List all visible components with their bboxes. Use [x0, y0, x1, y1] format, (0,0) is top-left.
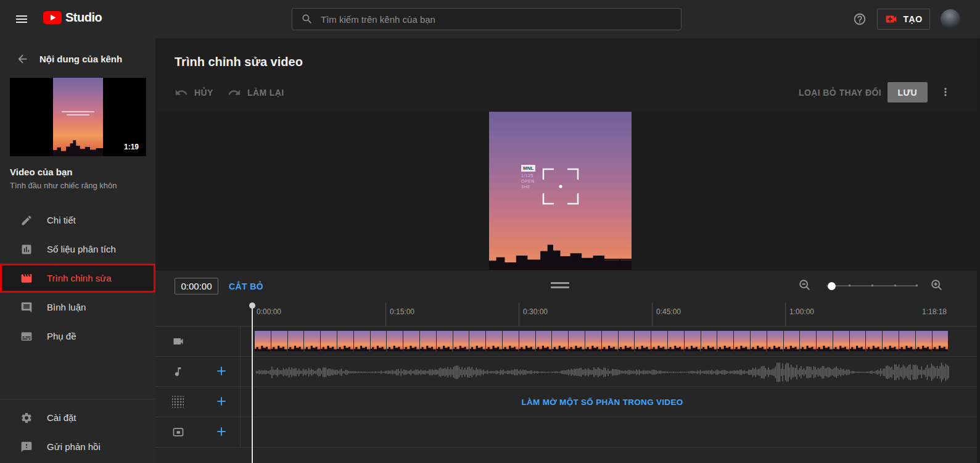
- zoom-slider-thumb[interactable]: [828, 282, 836, 290]
- sidebar-item-details[interactable]: Chi tiết: [0, 206, 155, 235]
- slider-tick: [871, 285, 873, 286]
- sidebar-item-label: Phụ đề: [47, 331, 76, 341]
- redo-label: LÀM LẠI: [247, 88, 284, 98]
- playhead[interactable]: [252, 304, 253, 463]
- zoom-in-icon[interactable]: [929, 278, 944, 293]
- sidebar-item-editor[interactable]: Trình chỉnh sửa: [0, 264, 155, 293]
- editor-toolbar: HỦY LÀM LẠI LOẠI BỎ THAY ĐỔI LƯU: [175, 83, 980, 102]
- comment-icon: [20, 301, 33, 314]
- blur-track-row: LÀM MỜ MỘT SỐ PHẦN TRONG VIDEO: [155, 387, 980, 417]
- search-input[interactable]: [321, 14, 681, 25]
- blur-track-body: LÀM MỜ MỘT SỐ PHẦN TRONG VIDEO: [241, 387, 980, 417]
- video-duration-badge: 1:19: [121, 142, 141, 152]
- account-avatar[interactable]: [941, 9, 960, 29]
- undo-button[interactable]: HỦY: [175, 83, 213, 102]
- audio-track-row: [155, 357, 980, 387]
- video-track-header: [155, 327, 241, 356]
- sidebar-item-analytics[interactable]: Số liệu phân tích: [0, 235, 155, 264]
- redo-icon: [228, 86, 241, 99]
- panel-resize-handle[interactable]: [551, 282, 569, 291]
- undo-icon: [175, 86, 188, 99]
- timeline-tracks: LÀM MỜ MỘT SỐ PHẦN TRONG VIDEO: [155, 327, 980, 448]
- playhead-knob[interactable]: [249, 302, 255, 309]
- add-blur-button[interactable]: [215, 395, 228, 409]
- video-meta: Video của bạn Tình đầu như chiếc răng kh…: [0, 156, 155, 190]
- gear-icon: [20, 412, 33, 424]
- youtube-play-icon: [43, 11, 62, 24]
- video-camera-icon: [172, 335, 184, 348]
- sidebar-item-feedback[interactable]: Gửi phản hồi: [0, 432, 155, 461]
- camera-setting: 1/125: [521, 173, 535, 178]
- zoom-slider[interactable]: [826, 285, 918, 286]
- blur-video-cta[interactable]: LÀM MỜ MỘT SỐ PHẦN TRONG VIDEO: [255, 387, 950, 417]
- help-icon[interactable]: [853, 12, 867, 26]
- endscreen-track-header: [155, 417, 241, 447]
- camera-setting: OPEN: [521, 179, 535, 183]
- video-track-row: [155, 327, 980, 357]
- sidebar-item-label: Số liệu phân tích: [47, 244, 116, 254]
- blur-track-header: [155, 387, 241, 417]
- sidebar-item-label: Chi tiết: [47, 215, 76, 225]
- add-audio-button[interactable]: [215, 365, 228, 378]
- camera-setting: 3HE: [521, 185, 535, 189]
- video-plus-icon: [884, 12, 898, 26]
- timeline-panel: 0:00:00 CẮT BỎ 0:00:00 0:15:00 0:30:00 0…: [155, 270, 980, 463]
- music-note-icon: [172, 366, 184, 378]
- ruler-tick-label: 0:00:00: [252, 302, 281, 326]
- sidebar-menu: Chi tiết Số liệu phân tích Trình chỉnh s…: [0, 206, 155, 351]
- subtitles-icon: [20, 330, 33, 343]
- video-preview[interactable]: MNL 1/125 OPEN 3HE: [489, 112, 632, 270]
- sidebar-footer: Cài đặt Gửi phản hồi: [0, 399, 155, 463]
- sidebar-title: Nội dung của kênh: [39, 54, 122, 64]
- create-button-label: TẠO: [903, 14, 922, 24]
- kebab-menu-icon[interactable]: [938, 85, 953, 101]
- sidebar-item-label: Gửi phản hồi: [47, 441, 101, 452]
- video-thumbnail: 1:19: [10, 78, 146, 156]
- vertical-scrollbar[interactable]: [977, 38, 980, 463]
- ruler-tick-label: 0:45:00: [652, 302, 681, 326]
- camera-overlay: MNL 1/125 OPEN 3HE: [521, 161, 535, 189]
- audio-track-header: [155, 357, 241, 386]
- endscreen-track-body: [241, 417, 980, 447]
- timeline-ruler[interactable]: 0:00:00 0:15:00 0:30:00 0:45:00 1:00:00 …: [155, 301, 980, 327]
- sidebar-back-header: Nội dung của kênh: [0, 38, 155, 73]
- redo-button[interactable]: LÀM LẠI: [228, 83, 284, 102]
- brand-text: Studio: [65, 10, 102, 25]
- zoom-out-icon[interactable]: [797, 278, 812, 293]
- video-title: Tình đầu như chiếc răng khôn: [10, 181, 143, 190]
- video-track-body: [241, 327, 980, 356]
- video-owner-label: Video của bạn: [10, 167, 143, 177]
- filmstrip[interactable]: [255, 331, 950, 351]
- save-button[interactable]: LƯU: [887, 82, 928, 102]
- ruler-end-label: 1:18:18: [922, 307, 947, 316]
- sidebar-item-comments[interactable]: Bình luận: [0, 293, 155, 322]
- add-endscreen-button[interactable]: [215, 425, 228, 439]
- sidebar-item-label: Cài đặt: [47, 412, 76, 423]
- trim-button[interactable]: CẮT BỎ: [229, 278, 263, 294]
- slider-tick: [916, 285, 918, 286]
- feedback-icon: [20, 441, 33, 453]
- sidebar-item-label: Bình luận: [47, 302, 86, 312]
- discard-changes-button[interactable]: LOẠI BỎ THAY ĐỔI: [799, 83, 881, 102]
- endscreen-track-row: [155, 417, 980, 448]
- focus-frame-icon: [542, 168, 579, 205]
- menu-hamburger-icon[interactable]: [13, 12, 30, 27]
- thumbnail-caption-lines: [62, 111, 94, 117]
- railing-silhouette: [573, 259, 632, 260]
- end-screen-icon: [172, 426, 184, 438]
- sidebar-item-subtitles[interactable]: Phụ đề: [0, 322, 155, 351]
- youtube-studio-logo[interactable]: Studio: [43, 10, 102, 25]
- channel-search-box: [292, 8, 681, 30]
- current-time-field[interactable]: 0:00:00: [175, 278, 218, 294]
- ruler-tick-label: 0:15:00: [385, 302, 414, 326]
- sidebar-item-label: Trình chỉnh sửa: [47, 273, 112, 283]
- blur-icon: [172, 396, 184, 408]
- sidebar-item-settings[interactable]: Cài đặt: [0, 403, 155, 432]
- audio-track-body: [241, 357, 980, 386]
- editor-main: Trình chỉnh sửa video HỦY LÀM LẠI LOẠI B…: [155, 38, 980, 463]
- back-arrow-icon[interactable]: [16, 52, 29, 65]
- create-button[interactable]: TẠO: [877, 9, 930, 30]
- audio-waveform[interactable]: [255, 362, 950, 382]
- city-skyline: [489, 241, 632, 270]
- sidebar: Nội dung của kênh 1:19 Video của bạn Tìn…: [0, 38, 155, 463]
